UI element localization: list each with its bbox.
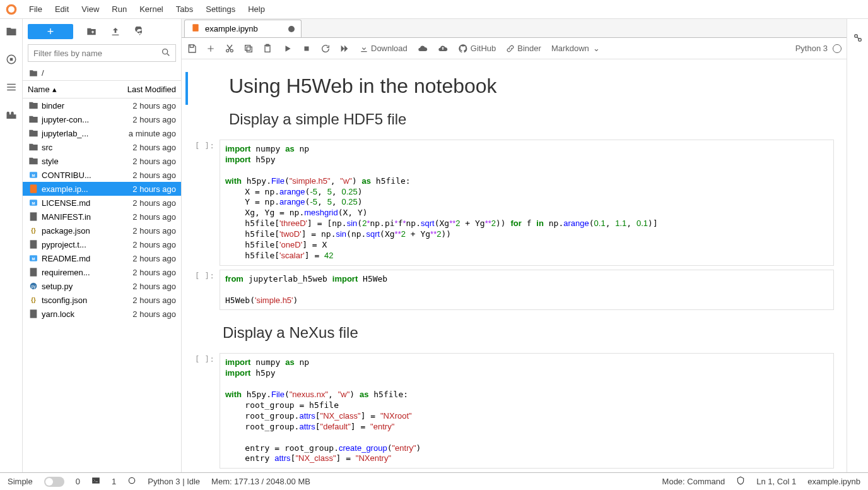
file-modified: 2 hours ago: [119, 198, 176, 208]
col-name[interactable]: Name▴: [28, 85, 113, 94]
file-item[interactable]: pysetup.py2 hours ago: [23, 279, 181, 293]
svg-rect-30: [92, 477, 100, 483]
running-icon[interactable]: [5, 53, 18, 66]
add-cell-icon[interactable]: [206, 44, 216, 54]
run-all-icon[interactable]: [339, 44, 349, 54]
file-modified: 2 hours ago: [119, 170, 176, 180]
json-icon: {}: [28, 295, 39, 305]
code-cell-1[interactable]: [ ]: import numpy as np import h5py with…: [182, 140, 834, 266]
json-icon: {}: [28, 225, 39, 236]
file-browser: + / Name▴ Last Modified binder2 hours ag…: [23, 19, 182, 472]
copy-icon[interactable]: [243, 44, 254, 54]
paste-icon[interactable]: [262, 44, 273, 54]
file-item[interactable]: jupyterlab_...a minute ago: [23, 126, 181, 140]
menu-file[interactable]: File: [24, 2, 47, 16]
save-icon[interactable]: [187, 44, 197, 54]
file-name: README.md: [42, 254, 119, 263]
folder-icon: [28, 156, 39, 166]
file-item[interactable]: src2 hours ago: [23, 140, 181, 154]
fb-header: Name▴ Last Modified: [23, 80, 181, 99]
file-item[interactable]: MREADME.md2 hours ago: [23, 251, 181, 265]
svg-point-1: [8, 6, 15, 13]
cell-type-select[interactable]: Markdown⌄: [551, 44, 600, 53]
file-name: src: [42, 143, 119, 152]
file-modified: 2 hours ago: [119, 254, 176, 263]
svg-text:{}: {}: [31, 227, 36, 234]
restart-icon[interactable]: [320, 44, 331, 54]
tab-example[interactable]: example.ipynb: [184, 20, 302, 37]
toc-icon[interactable]: [5, 81, 18, 93]
binder-button[interactable]: Binder: [506, 44, 541, 53]
file-name: MANIFEST.in: [42, 212, 119, 222]
new-launcher-button[interactable]: +: [28, 24, 73, 39]
file-modified: 2 hours ago: [119, 184, 176, 194]
folder-icon: [28, 114, 39, 124]
kernel-indicator[interactable]: Python 3: [795, 44, 842, 53]
file-name: yarn.lock: [42, 309, 119, 319]
svg-text:M: M: [32, 257, 35, 261]
file-item[interactable]: MANIFEST.in2 hours ago: [23, 210, 181, 224]
code-input[interactable]: import numpy as np import h5py with h5py…: [220, 140, 834, 266]
notebook-content[interactable]: Using H5Web in the notebook Display a si…: [182, 59, 847, 472]
cut-icon[interactable]: [225, 44, 235, 54]
folder-icon[interactable]: [5, 25, 18, 38]
cloud-download-icon[interactable]: [418, 44, 428, 54]
crumb-root: /: [42, 68, 44, 78]
filter-input[interactable]: [28, 44, 176, 62]
kernel-icon: [127, 476, 136, 487]
file-item[interactable]: yarn.lock2 hours ago: [23, 307, 181, 321]
refresh-icon[interactable]: [134, 26, 145, 37]
file-item[interactable]: style2 hours ago: [23, 154, 181, 168]
file-name: jupyterlab_...: [42, 129, 119, 138]
file-item[interactable]: pyproject.t...2 hours ago: [23, 237, 181, 251]
menu-settings[interactable]: Settings: [201, 2, 240, 16]
code-cell-2[interactable]: [ ]: from jupyterlab_h5web import H5Web …: [182, 270, 834, 311]
notebook-panel: example.ipynb Download GitHub Bi: [182, 19, 847, 472]
new-folder-icon[interactable]: [86, 26, 97, 37]
breadcrumb[interactable]: /: [23, 66, 181, 80]
simple-toggle[interactable]: [44, 477, 64, 487]
file-item[interactable]: example.ip...2 hours ago: [23, 182, 181, 196]
extension-icon[interactable]: [5, 109, 18, 121]
md-icon: M: [28, 170, 39, 180]
file-item[interactable]: requiremen...2 hours ago: [23, 265, 181, 279]
kernel-status-icon: [833, 44, 842, 53]
file-name: example.ip...: [42, 184, 119, 194]
menu-help[interactable]: Help: [243, 2, 270, 16]
property-inspector-icon[interactable]: [852, 32, 864, 44]
stop-icon[interactable]: [302, 44, 312, 54]
svg-text:M: M: [32, 174, 35, 177]
svg-rect-27: [305, 46, 309, 51]
trust-icon[interactable]: [736, 476, 745, 487]
file-name: CONTRIBU...: [42, 170, 119, 180]
memory-usage: Mem: 177.13 / 2048.00 MB: [211, 477, 310, 486]
file-modified: 2 hours ago: [119, 226, 176, 236]
code-input[interactable]: from jupyterlab_h5web import H5Web H5Web…: [220, 270, 834, 311]
file-item[interactable]: {}tsconfig.json2 hours ago: [23, 293, 181, 307]
cloud-upload-icon[interactable]: [438, 44, 448, 54]
col-modified[interactable]: Last Modified: [113, 85, 176, 94]
file-item[interactable]: jupyter-con...2 hours ago: [23, 112, 181, 126]
github-button[interactable]: GitHub: [458, 44, 496, 54]
heading-1: Using H5Web in the notebook: [229, 75, 834, 98]
file-item[interactable]: {}package.json2 hours ago: [23, 224, 181, 237]
file-modified: 2 hours ago: [119, 240, 176, 249]
menu-run[interactable]: Run: [107, 2, 132, 16]
file-item[interactable]: MCONTRIBU...2 hours ago: [23, 168, 181, 182]
menu-edit[interactable]: Edit: [50, 2, 74, 16]
menu-kernel[interactable]: Kernel: [134, 2, 168, 16]
menu-tabs[interactable]: Tabs: [171, 2, 198, 16]
menu-bar: File Edit View Run Kernel Tabs Settings …: [0, 0, 868, 19]
run-icon[interactable]: [283, 44, 293, 54]
svg-rect-7: [30, 184, 37, 193]
file-item[interactable]: binder2 hours ago: [23, 99, 181, 112]
code-cell-3[interactable]: [ ]: import numpy as np import h5py with…: [182, 353, 834, 469]
menu-view[interactable]: View: [76, 2, 104, 16]
file-modified: 2 hours ago: [119, 309, 176, 319]
kernel-status: Python 3 | Idle: [148, 477, 200, 486]
code-input[interactable]: import numpy as np import h5py with h5py…: [220, 353, 834, 469]
upload-icon[interactable]: [110, 26, 121, 37]
file-name: tsconfig.json: [42, 296, 119, 305]
file-item[interactable]: MLICENSE.md2 hours ago: [23, 196, 181, 210]
download-button[interactable]: Download: [360, 44, 408, 53]
